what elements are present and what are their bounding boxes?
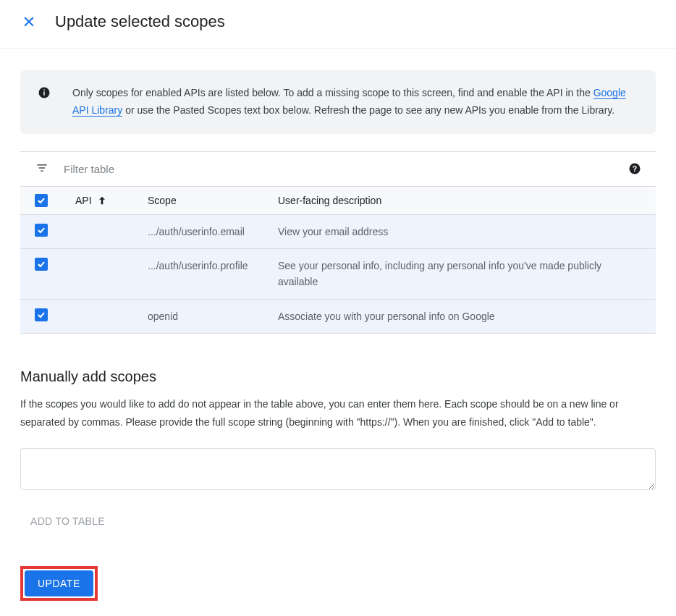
filter-row: ? — [20, 152, 656, 186]
row-checkbox[interactable] — [35, 258, 48, 271]
table-row: openid Associate you with your personal … — [20, 300, 656, 334]
header-api[interactable]: API — [75, 195, 148, 206]
table-row: .../auth/userinfo.profile See your perso… — [20, 249, 656, 300]
help-icon[interactable]: ? — [628, 162, 641, 175]
filter-input[interactable] — [62, 162, 615, 176]
add-to-table-button[interactable]: ADD TO TABLE — [26, 508, 109, 534]
update-button[interactable]: UPDATE — [25, 570, 93, 596]
row-checkbox[interactable] — [35, 308, 48, 321]
info-text: Only scopes for enabled APIs are listed … — [72, 85, 638, 119]
table-header-row: API Scope User-facing description — [20, 186, 656, 215]
svg-rect-4 — [43, 90, 45, 91]
table-row: .../auth/userinfo.email View your email … — [20, 215, 656, 249]
header-description[interactable]: User-facing description — [278, 195, 641, 206]
header-api-label: API — [75, 195, 92, 206]
cell-scope: .../auth/userinfo.profile — [148, 258, 278, 274]
close-button[interactable] — [14, 7, 43, 36]
dialog-header: Update selected scopes — [0, 0, 676, 48]
header-scope[interactable]: Scope — [148, 195, 278, 206]
cell-description: Associate you with your personal info on… — [278, 308, 641, 324]
scopes-table: ? API Scope User-facing description — [20, 151, 656, 334]
cell-description: See your personal info, including any pe… — [278, 258, 641, 290]
row-checkbox[interactable] — [35, 224, 48, 237]
page-title: Update selected scopes — [55, 12, 225, 31]
filter-icon — [35, 161, 49, 177]
svg-rect-6 — [39, 167, 45, 169]
manual-scopes-title: Manually add scopes — [20, 368, 656, 385]
svg-rect-7 — [41, 170, 43, 172]
manual-scopes-description: If the scopes you would like to add do n… — [20, 395, 656, 431]
cell-scope: .../auth/userinfo.email — [148, 224, 278, 240]
close-icon — [22, 14, 36, 29]
info-banner: Only scopes for enabled APIs are listed … — [20, 70, 656, 134]
cell-description: View your email address — [278, 224, 641, 240]
update-button-highlight: UPDATE — [20, 566, 98, 601]
info-icon — [38, 86, 51, 119]
svg-rect-3 — [43, 92, 45, 96]
manual-scopes-textarea[interactable] — [20, 448, 656, 490]
svg-rect-5 — [37, 164, 46, 166]
footer: UPDATE — [20, 566, 656, 608]
info-text-after: or use the Pasted Scopes text box below.… — [122, 104, 614, 116]
select-all-checkbox[interactable] — [35, 194, 48, 207]
svg-text:?: ? — [633, 164, 637, 173]
info-text-before: Only scopes for enabled APIs are listed … — [72, 87, 593, 98]
cell-scope: openid — [148, 308, 278, 324]
sort-arrow-up-icon — [96, 195, 108, 206]
